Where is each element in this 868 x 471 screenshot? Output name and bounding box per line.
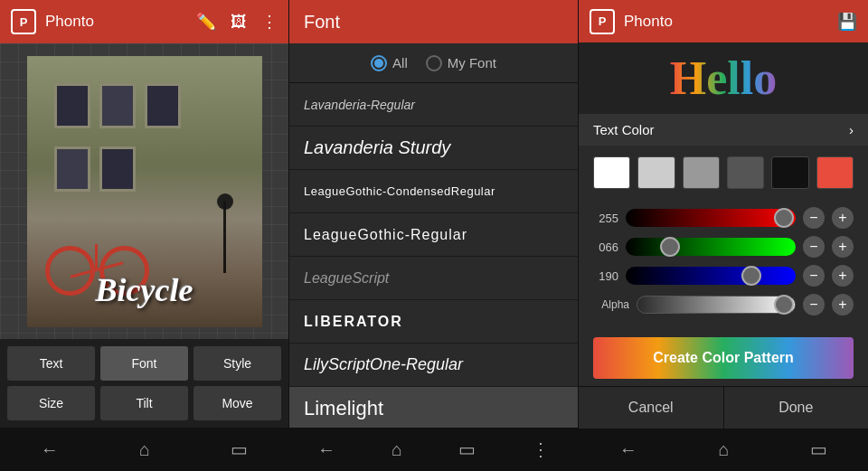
alpha-decrease[interactable]: −	[803, 294, 825, 316]
green-value: 066	[593, 240, 618, 254]
red-decrease[interactable]: −	[803, 207, 825, 229]
main-editor-panel: P Phonto ✏️ 🖼 ⋮	[0, 0, 289, 471]
size-button[interactable]: Size	[7, 386, 95, 420]
font-tabs: All My Font	[289, 43, 578, 83]
red-thumb[interactable]	[774, 208, 794, 228]
recents-nav-3[interactable]: ▭	[810, 438, 827, 460]
bottom-toolbar: Text Font Style Size Tilt Move	[0, 339, 288, 428]
radio-dot-all	[374, 59, 383, 68]
blue-thumb[interactable]	[741, 266, 761, 286]
sliders-area: 255 − + 066 − + 190 − + Alpha	[579, 200, 868, 330]
edit-icon[interactable]: ✏️	[196, 12, 216, 32]
alpha-increase[interactable]: +	[832, 294, 854, 316]
font-name: LIBERATOR	[304, 314, 403, 330]
font-button[interactable]: Font	[100, 346, 188, 381]
red-slider-row: 255 − +	[593, 207, 854, 229]
list-item[interactable]: LIBERATOR	[289, 300, 578, 344]
hello-text: Hello	[670, 52, 777, 105]
swatch-dark-gray[interactable]	[727, 156, 764, 189]
list-item[interactable]: LeagueScript	[289, 257, 578, 300]
header-icons-3: 💾	[837, 12, 857, 32]
toolbar-row-1: Text Font Style	[7, 346, 281, 381]
font-header-title: Font	[304, 12, 340, 33]
back-nav-3[interactable]: ←	[619, 439, 637, 460]
header-icons: ✏️ 🖼 ⋮	[196, 12, 278, 32]
back-nav-2[interactable]: ←	[317, 439, 335, 460]
recents-nav-2[interactable]: ▭	[458, 438, 476, 460]
list-item[interactable]: LeagueGothic-Regular	[289, 213, 578, 257]
move-button[interactable]: Move	[193, 386, 281, 420]
blue-increase[interactable]: +	[832, 265, 854, 287]
blue-slider-row: 190 − +	[593, 265, 854, 287]
color-swatches	[579, 146, 868, 200]
alpha-slider-row: Alpha − +	[593, 294, 854, 316]
tab-all[interactable]: All	[371, 55, 408, 71]
toolbar-row-2: Size Tilt Move	[7, 386, 281, 420]
image-icon[interactable]: 🖼	[231, 13, 247, 32]
hello-preview: Hello	[579, 42, 868, 114]
blue-slider[interactable]	[626, 267, 796, 285]
nav-bar-1: ← ⌂ ▭	[0, 428, 288, 471]
font-name: Limelight	[304, 397, 383, 420]
create-color-pattern-button[interactable]: Create Color Pattern	[593, 337, 854, 378]
text-button[interactable]: Text	[7, 346, 95, 381]
canvas-image[interactable]: Bicycle	[27, 56, 262, 327]
canvas-area[interactable]: Bicycle	[0, 43, 288, 339]
bottom-actions: Cancel Done	[579, 386, 868, 429]
alpha-slider[interactable]	[637, 296, 796, 314]
alpha-thumb[interactable]	[774, 295, 794, 315]
list-item[interactable]: Lavanderia Sturdy	[289, 127, 578, 170]
back-nav-1[interactable]: ←	[41, 439, 59, 460]
green-slider-row: 066 − +	[593, 236, 854, 258]
list-item[interactable]: LeagueGothic-CondensedRegular	[289, 170, 578, 213]
style-button[interactable]: Style	[193, 346, 281, 381]
font-name: LeagueScript	[304, 270, 389, 287]
swatch-white[interactable]	[593, 156, 630, 189]
swatch-light-gray[interactable]	[637, 156, 675, 189]
list-item[interactable]: Lavanderia-Regular	[289, 83, 578, 127]
app-title: Phonto	[45, 13, 187, 31]
recents-nav-1[interactable]: ▭	[231, 438, 248, 460]
red-value: 255	[593, 212, 618, 225]
color-picker-panel: P Phonto 💾 Hello Text Color › 255 − +	[579, 0, 868, 471]
font-header: Font	[289, 0, 578, 43]
font-name: Lavanderia-Regular	[304, 98, 415, 112]
red-increase[interactable]: +	[832, 207, 854, 229]
tilt-button[interactable]: Tilt	[100, 386, 188, 420]
nav-bar-2: ← ⌂ ▭ ⋮	[289, 428, 578, 471]
swatch-mid-gray[interactable]	[683, 156, 720, 189]
menu-icon[interactable]: ⋮	[261, 12, 278, 32]
list-item[interactable]: LilyScriptOne-Regular	[289, 344, 578, 387]
app-title-3: Phonto	[624, 13, 828, 31]
font-name: LeagueGothic-CondensedRegular	[304, 184, 495, 198]
save-icon[interactable]: 💾	[837, 12, 857, 32]
cancel-button[interactable]: Cancel	[579, 387, 724, 429]
nav-bar-3: ← ⌂ ▭	[579, 429, 868, 471]
green-slider[interactable]	[626, 238, 796, 256]
font-picker-panel: Font All My Font Lavanderia-Regular Lava…	[289, 0, 579, 471]
radio-myfont	[426, 55, 442, 71]
green-decrease[interactable]: −	[803, 236, 825, 258]
tab-all-label: All	[392, 55, 408, 71]
text-color-section[interactable]: Text Color ›	[579, 114, 868, 146]
green-thumb[interactable]	[660, 237, 680, 257]
canvas-text[interactable]: Bicycle	[96, 271, 193, 309]
home-nav-1[interactable]: ⌂	[139, 439, 150, 460]
green-increase[interactable]: +	[832, 236, 854, 258]
more-nav-2[interactable]: ⋮	[532, 438, 550, 460]
home-nav-3[interactable]: ⌂	[718, 439, 729, 460]
blue-value: 190	[593, 269, 618, 283]
swatch-red[interactable]	[816, 156, 854, 189]
red-slider[interactable]	[626, 209, 796, 227]
swatch-black[interactable]	[771, 156, 808, 189]
home-nav-2[interactable]: ⌂	[392, 439, 402, 460]
radio-dot-myfont	[429, 59, 439, 68]
tab-my-font[interactable]: My Font	[426, 55, 496, 71]
main-header: P Phonto ✏️ 🖼 ⋮	[0, 0, 288, 43]
text-color-label: Text Color	[593, 122, 655, 137]
chevron-right-icon: ›	[849, 122, 854, 137]
list-item[interactable]: Limelight	[289, 387, 578, 428]
color-header: P Phonto 💾	[579, 0, 868, 42]
done-button[interactable]: Done	[724, 387, 869, 429]
blue-decrease[interactable]: −	[803, 265, 825, 287]
